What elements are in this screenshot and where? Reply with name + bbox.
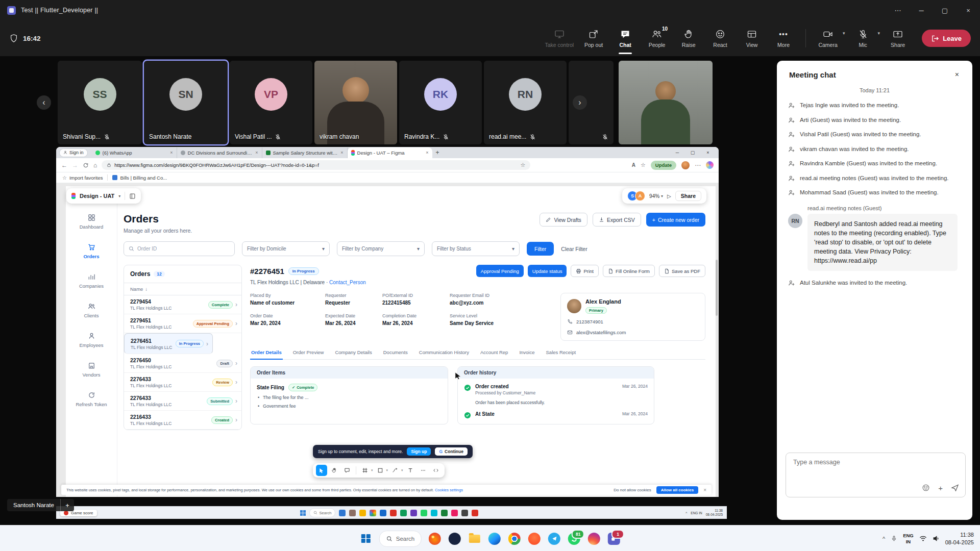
browser-menu-icon[interactable]: ⋯ [695,162,701,169]
tab-account-rep[interactable]: Account Rep [479,349,509,359]
order-list-row[interactable]: 2216433TL Flex Holdings LLC Created › [124,411,241,430]
sidebar-item-employees[interactable]: Employees [70,332,113,362]
pinned-app-icon[interactable] [410,510,417,516]
pinned-app-icon[interactable] [461,510,468,516]
taskbar-search-box[interactable]: Search [379,531,422,547]
shared-lang-indicator[interactable]: ENG IN [691,511,702,515]
favorites-icon[interactable]: ☆ [641,162,646,168]
pinned-app-icon[interactable] [380,510,386,516]
chat-button[interactable]: Chat [610,27,640,51]
browser-tab[interactable]: (6) WhatsApp × [92,147,177,158]
order-list-row-selected[interactable]: 2276451TL Flex Holdings LLC In Progress … [124,333,213,354]
order-list-row[interactable]: 2279451TL Flex Holdings LLC Approval Pen… [124,314,241,333]
window-more-icon[interactable]: ⋯ [886,0,910,20]
firefox-icon[interactable] [428,532,442,545]
filter-apply-button[interactable]: Filter [527,242,554,256]
comment-tool[interactable] [341,465,353,476]
present-icon[interactable]: ▷ [667,193,671,199]
shared-search-box[interactable]: Search [309,508,336,517]
pinned-app-icon[interactable] [339,510,346,516]
sort-arrow-icon[interactable]: ↓ [145,286,148,292]
frame-tool[interactable] [359,465,371,476]
pop-out-button[interactable]: Pop out [579,27,608,51]
chat-message-input[interactable] [792,458,959,466]
tray-chevron-icon[interactable]: ^ [685,511,687,515]
colorful-app-icon[interactable] [587,532,601,545]
bookmark-star-icon[interactable]: ☆ [520,162,525,168]
window-maximize-icon[interactable]: ▢ [933,0,957,20]
browser-close-icon[interactable]: × [700,150,716,155]
tab-order-preview[interactable]: Order Preview [292,349,325,359]
pinned-app-icon[interactable] [451,510,458,516]
bookmark-item[interactable]: ☆ Import favorites [62,175,103,181]
google-continue-button[interactable]: G Continue [435,447,467,456]
tab-sales-receipt[interactable]: Sales Receipt [545,349,577,359]
create-new-order-button[interactable]: + Create new order [646,213,705,227]
whatsapp-icon[interactable]: 81 [568,532,581,545]
update-status-button[interactable]: Update status [528,265,567,277]
wifi-icon[interactable] [919,535,927,542]
volume-icon[interactable] [933,535,940,542]
sign-up-button[interactable]: Sign up [407,447,431,456]
participant-tile[interactable]: RK Ravindra K... [399,61,482,144]
save-as-pdf-button[interactable]: Save as PDF [659,265,705,277]
teams-icon[interactable]: 1 [607,532,621,545]
tab-company-details[interactable]: Company Details [334,349,373,359]
code-tool[interactable] [430,465,442,476]
browser-maximize-icon[interactable]: ▢ [685,150,700,155]
taskbar-clock[interactable]: 11:38 08-04-2025 [945,531,974,546]
file-explorer-icon[interactable] [468,532,481,545]
bookmark-item[interactable]: Bills | Billing and Co... [112,175,167,181]
tab-close-icon[interactable]: × [340,150,343,155]
connector-tool[interactable] [389,465,401,476]
filter-status-select[interactable]: Filter by Status ▾ [432,241,520,256]
window-close-icon[interactable]: × [957,0,980,20]
sidebar-item-vendors[interactable]: Vendors [70,362,113,391]
filter-company-select[interactable]: Filter by Company ▾ [337,241,425,256]
filter-domicile-select[interactable]: Filter by Domicile ▾ [242,241,330,256]
browser-minimize-icon[interactable]: ─ [670,150,685,155]
zoom-control[interactable]: 94% ▾ [649,193,663,199]
participant-tile[interactable]: SN Santosh Narate [144,61,228,144]
sidebar-item-dashboard[interactable]: Dashboard [70,214,113,243]
leave-button[interactable]: Leave [922,30,971,47]
browser-tab[interactable]: DC Divisions and Surroundings × [177,147,262,158]
hand-tool[interactable] [329,465,340,476]
cookie-close-icon[interactable]: × [703,487,706,493]
tab-close-icon[interactable]: × [255,150,258,155]
mic-button[interactable]: Mic [848,27,878,51]
pinned-app-icon[interactable] [400,510,407,516]
order-list-row[interactable]: 2276433TL Flex Holdings LLC Review › [124,373,241,392]
people-button[interactable]: 10 People [642,27,672,51]
back-icon[interactable]: ← [61,162,67,169]
order-list-row[interactable]: 2276433TL Flex Holdings LLC Submitted › [124,392,241,411]
send-icon[interactable] [951,484,959,492]
sidebar-item-clients[interactable]: Clients [70,303,113,332]
dev-app-icon[interactable] [448,532,461,545]
more-button[interactable]: ••• More [769,27,798,51]
edge-icon[interactable] [488,532,501,545]
tray-chevron-icon[interactable]: ^ [883,536,885,542]
figma-share-button[interactable]: Share [675,191,701,201]
tab-invoice[interactable]: Invoice [518,349,535,359]
participant-tile[interactable]: vikram chavan [314,61,397,144]
sidebar-item-refresh-token[interactable]: Refresh Token [70,391,113,421]
contact-phone[interactable]: 2123874901 [576,319,603,324]
pinned-app-icon[interactable] [441,510,448,516]
more-tools[interactable] [418,465,429,476]
chat-close-icon[interactable]: × [952,70,962,79]
participant-tile[interactable]: VP Vishal Patil ... [230,61,312,144]
attach-plus-icon[interactable]: + [938,484,943,492]
browser-profile-chip[interactable]: Sign in [59,148,88,157]
figma-file-name[interactable]: Design - UAT [80,193,114,199]
mic-dropdown-icon[interactable]: ▾ [878,31,880,36]
tray-mic-icon[interactable] [891,535,897,542]
brave-icon[interactable] [528,532,541,545]
share-button[interactable]: Share [883,27,913,51]
home-icon[interactable]: ⌂ [93,162,97,169]
shape-tool[interactable] [375,465,386,476]
tab-communication-history[interactable]: Communication History [418,349,470,359]
tab-close-icon[interactable]: × [426,150,428,155]
browser-update-button[interactable]: Update [651,161,676,170]
refresh-icon[interactable] [83,162,89,168]
